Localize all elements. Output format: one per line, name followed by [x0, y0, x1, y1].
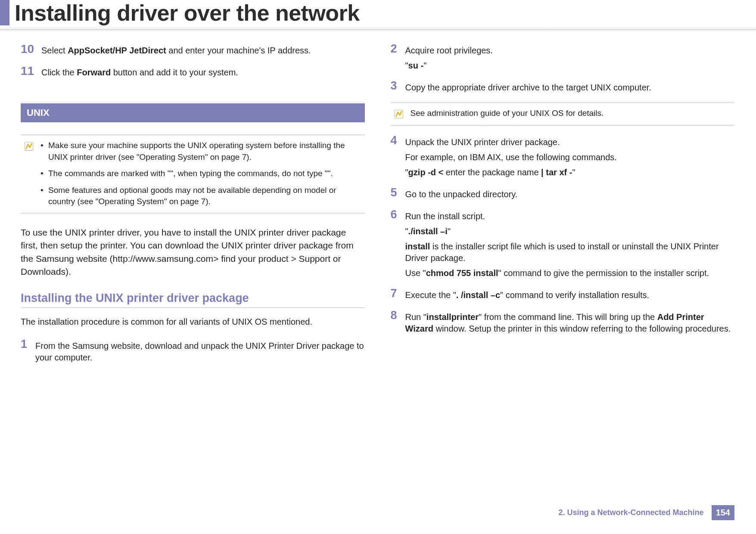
step-6: 6 Run the install script. "./install –i"…: [391, 209, 735, 279]
footer-page-number: 154: [712, 505, 734, 520]
step-11: 11 Click the Forward button and add it t…: [21, 65, 365, 78]
step-number: 3: [391, 80, 399, 92]
footer-chapter: 2. Using a Network-Connected Machine: [559, 508, 704, 517]
step-body: Select AppSocket/HP JetDirect and enter …: [41, 43, 365, 56]
note-bullet: The commands are marked with "", when ty…: [40, 168, 362, 180]
step-number: 2: [391, 43, 399, 55]
step-number: 7: [391, 288, 399, 299]
note-icon: [23, 141, 34, 152]
step-3: 3 Copy the appropriate driver archive to…: [391, 80, 735, 93]
step-body: Click the Forward button and add it to y…: [41, 65, 365, 78]
unix-intro-paragraph: To use the UNIX printer driver, you have…: [21, 226, 365, 279]
notebox-line: [21, 213, 365, 214]
step-number: 4: [391, 135, 399, 146]
step-body: Unpack the UNIX printer driver package. …: [405, 135, 735, 178]
step-10: 10 Select AppSocket/HP JetDirect and ent…: [21, 43, 365, 56]
title-accent: [0, 0, 9, 25]
step-1: 1 From the Samsung website, download and…: [21, 338, 365, 363]
step-7: 7 Execute the ". /install –c" command to…: [391, 288, 735, 301]
step-body: Run the install script. "./install –i" i…: [405, 209, 735, 279]
left-column: 10 Select AppSocket/HP JetDirect and ent…: [21, 43, 365, 372]
note-content: Make sure your machine supports the UNIX…: [40, 140, 362, 208]
step-number: 10: [21, 43, 35, 55]
step-number: 6: [391, 209, 399, 220]
content-columns: 10 Select AppSocket/HP JetDirect and ent…: [0, 30, 756, 372]
note-bullet: Some features and optional goods may not…: [40, 185, 362, 208]
step-number: 8: [391, 310, 399, 321]
page-title: Installing driver over the network: [15, 0, 360, 26]
footer: 2. Using a Network-Connected Machine 154: [559, 505, 734, 520]
section-label: UNIX: [21, 103, 365, 122]
step-body: Copy the appropriate driver archive to t…: [405, 80, 735, 93]
step-body: Go to the unpacked directory.: [405, 187, 735, 200]
note-bullet: Make sure your machine supports the UNIX…: [40, 140, 362, 163]
step-number: 11: [21, 65, 35, 77]
step-body: Run "installprinter" from the command li…: [405, 310, 735, 335]
install-intro-paragraph: The installation procedure is common for…: [21, 316, 365, 328]
step-4: 4 Unpack the UNIX printer driver package…: [391, 135, 735, 178]
step-2: 2 Acquire root privileges. "su -": [391, 43, 735, 71]
subheading: Installing the UNIX printer driver packa…: [21, 292, 365, 308]
step-number: 5: [391, 187, 399, 199]
notebox-line: [391, 125, 735, 126]
step-8: 8 Run "installprinter" from the command …: [391, 310, 735, 335]
note-content: See administration guide of your UNIX OS…: [411, 108, 604, 119]
note-box: Make sure your machine supports the UNIX…: [21, 134, 365, 214]
step-body: Acquire root privileges. "su -": [405, 43, 735, 71]
section-heading: UNIX: [21, 102, 365, 122]
note-box: See administration guide of your UNIX OS…: [391, 102, 735, 126]
right-column: 2 Acquire root privileges. "su -" 3 Copy…: [391, 43, 735, 372]
title-bar: Installing driver over the network: [0, 0, 756, 30]
step-body: From the Samsung website, download and u…: [35, 338, 365, 363]
step-number: 1: [21, 338, 29, 350]
note-icon: [393, 109, 404, 120]
step-5: 5 Go to the unpacked directory.: [391, 187, 735, 200]
step-body: Execute the ". /install –c" command to v…: [405, 288, 735, 301]
